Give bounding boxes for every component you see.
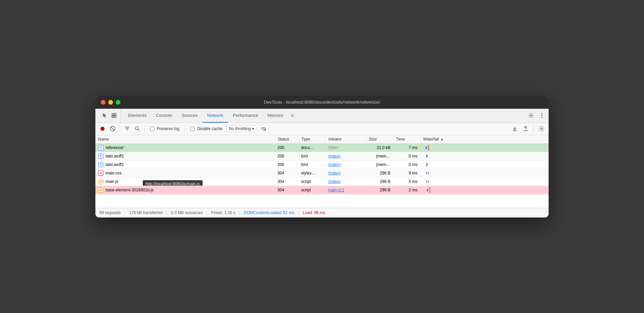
js-icon: JS (98, 179, 104, 184)
more-tabs-button[interactable]: » (288, 112, 297, 119)
row-status: 304 (275, 186, 298, 194)
row-waterfall (420, 169, 549, 177)
tab-sources[interactable]: Sources (177, 109, 203, 123)
toolbar-separator-2 (144, 125, 145, 132)
search-button[interactable] (133, 124, 142, 133)
devtools-window: DevTools - localhost:8080/docs/devtools/… (95, 96, 549, 217)
record-button[interactable] (98, 124, 107, 133)
transferred-size: 175 kB transferred (125, 210, 167, 215)
window-title: DevTools - localhost:8080/docs/devtools/… (264, 100, 380, 105)
wifi-settings-icon[interactable] (259, 124, 268, 133)
preserve-log-checkbox[interactable]: Preserve log (147, 126, 182, 131)
tab-bar-right (524, 111, 546, 120)
status-bar: 59 requests 175 kB transferred 5.3 MB re… (95, 208, 549, 217)
svg-point-12 (264, 129, 266, 131)
sort-arrow-icon: ▲ (440, 137, 444, 141)
header-type[interactable]: Type (298, 135, 325, 144)
table-row[interactable]: # main.css 304 styles… (index) 296 B 9 m… (95, 169, 549, 177)
network-table: Name Status Type Initiator Size Time Wat… (95, 135, 549, 208)
row-waterfall (420, 186, 549, 194)
row-name: # main.css (95, 169, 275, 177)
clear-button[interactable] (108, 124, 117, 133)
disable-cache-checkbox[interactable]: Disable cache (188, 126, 225, 131)
table-header-row: Name Status Type Initiator Size Time Wat… (95, 135, 549, 144)
css-icon: # (98, 170, 104, 176)
maximize-button[interactable] (116, 100, 120, 105)
row-initiator: (index) (325, 177, 366, 186)
row-time: 2 ms (393, 186, 420, 194)
svg-point-5 (542, 113, 543, 114)
row-name: T latin.woff2 (95, 160, 275, 169)
row-time: 0 ms (393, 160, 420, 169)
toolbar-right (510, 124, 546, 133)
table-row[interactable]: ≡ reference/ 200 docu… Other 31.0 kB 7 m… (95, 143, 549, 152)
header-name[interactable]: Name (95, 135, 275, 144)
row-status: 200 (275, 143, 298, 152)
row-status: 304 (275, 169, 298, 177)
throttle-select[interactable]: No throttling ▾ (227, 125, 257, 132)
traffic-lights (101, 100, 120, 105)
row-waterfall (420, 177, 549, 186)
load-time: Load: 98 ms (299, 210, 329, 215)
url-tooltip: http://localhost:8080/js/main.js (143, 180, 203, 186)
resources-size: 5.3 MB resources (167, 210, 207, 215)
export-icon[interactable] (521, 124, 530, 133)
table-row[interactable]: JS base-element-3018901b.js 304 script m… (95, 186, 549, 194)
row-initiator: (index) (325, 152, 366, 160)
cursor-icon[interactable] (101, 112, 108, 119)
tab-console[interactable]: Console (151, 109, 177, 123)
row-type: styles… (298, 169, 325, 177)
import-icon[interactable] (510, 124, 519, 133)
filter-button[interactable] (123, 124, 132, 133)
settings-icon[interactable] (527, 111, 535, 120)
row-status: 304 (275, 177, 298, 186)
document-icon: ≡ (98, 145, 104, 150)
close-button[interactable] (101, 100, 106, 105)
header-waterfall[interactable]: Waterfall ▲ (420, 135, 549, 143)
table-row[interactable]: T latin.woff2 200 font (index) (mem… 0 m… (95, 152, 549, 160)
svg-rect-0 (112, 113, 114, 115)
row-time: 7 ms (393, 143, 420, 152)
finish-time: Finish: 1.16 s (207, 210, 239, 215)
tab-bar: Elements Console Sources Network Perform… (95, 109, 549, 123)
table-row[interactable]: T latin.woff2 200 font (index) (mem… 0 m… (95, 160, 549, 169)
table-row[interactable]: JS main.js http://localhost:8080/js/main… (95, 177, 549, 186)
row-size: (mem… (366, 160, 393, 169)
row-initiator: Other (325, 143, 366, 152)
row-name: T latin.woff2 (95, 152, 275, 160)
tab-network[interactable]: Network (203, 109, 228, 123)
row-type: script (298, 186, 325, 194)
font-icon: T (98, 153, 104, 159)
tab-memory[interactable]: Memory (263, 109, 288, 123)
tab-performance[interactable]: Performance (228, 109, 262, 123)
svg-point-4 (530, 115, 532, 117)
network-toolbar: Preserve log Disable cache No throttling… (95, 123, 549, 135)
row-time: 5 ms (393, 177, 420, 186)
network-settings-icon[interactable] (537, 124, 546, 133)
header-size[interactable]: Size (366, 135, 393, 144)
row-status: 200 (275, 152, 298, 160)
inspect-icon[interactable] (110, 112, 118, 119)
header-time[interactable]: Time (393, 135, 420, 144)
svg-point-19 (541, 128, 543, 130)
svg-point-6 (542, 115, 543, 116)
row-status: 200 (275, 160, 298, 169)
more-options-icon[interactable] (538, 111, 546, 120)
row-waterfall (420, 143, 549, 152)
row-name: ≡ reference/ (95, 143, 275, 152)
toolbar-separator-3 (185, 125, 185, 132)
js-icon: JS (98, 187, 104, 193)
header-status[interactable]: Status (275, 135, 298, 144)
row-initiator: (index) (325, 160, 366, 169)
svg-point-7 (542, 117, 543, 118)
svg-line-9 (111, 127, 114, 130)
row-size: 296 B (366, 186, 393, 194)
minimize-button[interactable] (108, 100, 113, 105)
header-initiator[interactable]: Initiator (325, 135, 366, 144)
toolbar-separator-4 (533, 125, 534, 132)
tab-elements[interactable]: Elements (123, 109, 151, 123)
row-type: docu… (298, 143, 325, 152)
row-size: (mem… (366, 152, 393, 160)
row-waterfall (420, 152, 549, 160)
font-icon: T (98, 162, 104, 167)
